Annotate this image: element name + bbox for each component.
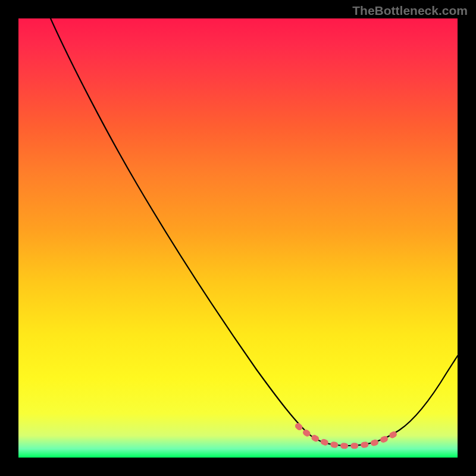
bottleneck-curve [51,18,458,446]
chart-svg [18,18,458,458]
optimal-zone-dots [298,426,399,446]
watermark-text: TheBottleneck.com [352,4,468,18]
plot-area [18,18,458,458]
